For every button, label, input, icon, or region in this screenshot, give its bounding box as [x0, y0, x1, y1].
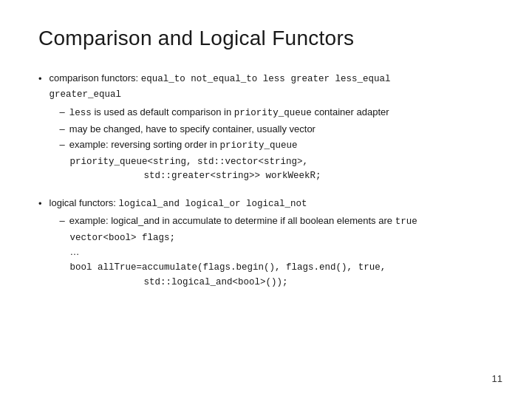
bullet-item-2: • logical functors: logical_and logical_… — [38, 196, 494, 290]
slide-content: • comparison functors: equal_to not_equa… — [38, 71, 494, 290]
code-line-2-1: vector<bool> flags; — [70, 231, 494, 245]
sub-bullet-1-3: – example: reversing sorting order in pr… — [60, 137, 494, 153]
sub-bullets-1: – less is used as default comparison in … — [60, 105, 494, 153]
sub-bullet-1-1-text: less is used as default comparison in pr… — [69, 105, 389, 120]
sub-bullet-1-1: – less is used as default comparison in … — [60, 105, 494, 120]
bullet-dot-1: • — [38, 72, 42, 184]
sub-bullet-1-2-text: may be changed, have to specify containe… — [69, 122, 316, 137]
code-line-1-1: priority_queue<string, std::vector<strin… — [70, 155, 494, 169]
code-line-3-1: bool allTrue=accumulate(flags.begin(), f… — [70, 261, 494, 275]
comparison-label: comparison functors: — [50, 72, 141, 83]
bullet-text-1: comparison functors: equal_to not_equal_… — [50, 71, 494, 184]
comparison-functors-2: greater_equal — [50, 89, 122, 100]
code-line-3-2: std::logical_and<bool>()); — [144, 276, 494, 290]
sub-bullet-1-2: – may be changed, have to specify contai… — [60, 122, 494, 137]
slide: Comparison and Logical Functors • compar… — [0, 0, 532, 399]
logical-label: logical functors: — [50, 197, 119, 208]
ellipsis: … — [70, 245, 494, 259]
sub-bullet-1-3-text: example: reversing sorting order in prio… — [69, 137, 298, 153]
comparison-functors-1: equal_to not_equal_to less greater less_… — [141, 74, 391, 84]
slide-title: Comparison and Logical Functors — [38, 27, 494, 50]
sub-bullet-2-1-text: example: logical_and in accumulate to de… — [69, 214, 417, 229]
bullet-text-2: logical functors: logical_and logical_or… — [50, 196, 494, 290]
bullet-item-1: • comparison functors: equal_to not_equa… — [38, 71, 494, 184]
code-block-3: bool allTrue=accumulate(flags.begin(), f… — [70, 261, 494, 290]
logical-functors: logical_and logical_or logical_not — [119, 199, 307, 209]
code-block-1: priority_queue<string, std::vector<strin… — [70, 155, 494, 184]
code-line-1-2: std::greater<string>> workWeekR; — [144, 169, 494, 183]
sub-bullets-2: – example: logical_and in accumulate to … — [60, 214, 494, 229]
page-number: 11 — [492, 373, 502, 384]
sub-bullet-2-1: – example: logical_and in accumulate to … — [60, 214, 494, 229]
code-block-2: vector<bool> flags; — [70, 231, 494, 245]
bullet-dot-2: • — [38, 197, 42, 290]
